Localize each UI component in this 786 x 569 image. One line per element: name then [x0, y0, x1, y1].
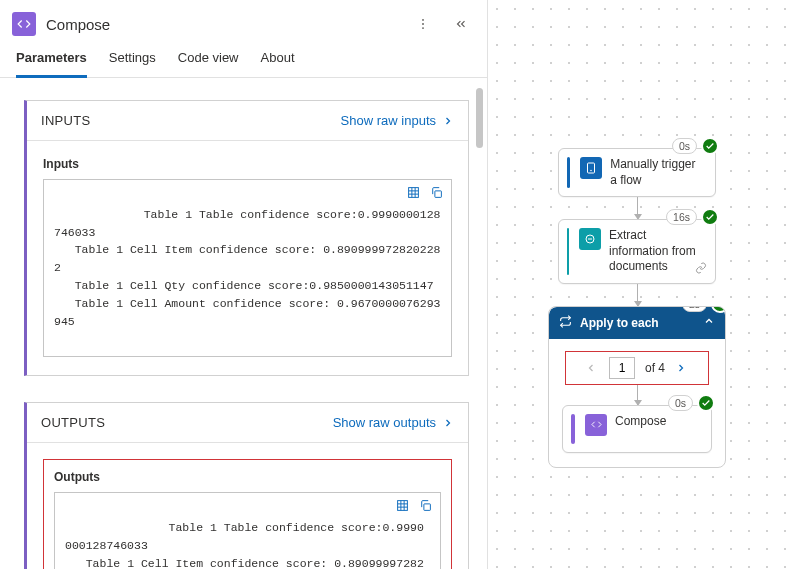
check-icon [701, 137, 719, 155]
pager-prev[interactable] [585, 362, 599, 374]
show-raw-outputs-link[interactable]: Show raw outputs [333, 415, 454, 430]
check-icon [697, 394, 715, 412]
outputs-highlight: Outputs Table 1 Table confidence score:0… [43, 459, 452, 569]
svg-point-1 [422, 23, 424, 25]
inputs-content-box: Table 1 Table confidence score:0.9990000… [43, 179, 452, 357]
tabs: Parameters Settings Code view About [0, 40, 487, 78]
svg-point-16 [590, 170, 592, 172]
node-manual-trigger[interactable]: 0s Manually trigger a flow [558, 148, 716, 197]
panel-header: Compose [0, 0, 487, 40]
outputs-content-text: Table 1 Table confidence score:0.9990000… [65, 521, 424, 569]
svg-rect-9 [398, 501, 408, 511]
svg-point-2 [422, 27, 424, 29]
copy-icon[interactable] [419, 499, 432, 518]
details-panel: Compose Parameters Settings Code view Ab… [0, 0, 488, 569]
check-icon [701, 208, 719, 226]
inputs-title: INPUTS [41, 113, 341, 128]
node-compose[interactable]: 0s Compose [562, 405, 712, 453]
svg-rect-14 [424, 504, 431, 511]
node-label: Compose [615, 414, 666, 430]
flow-column: 0s Manually trigger a flow 16s Extract i… [548, 148, 726, 468]
panel-title: Compose [46, 16, 399, 33]
show-raw-outputs-label: Show raw outputs [333, 415, 436, 430]
connector [637, 197, 638, 219]
node-time: 0s [668, 395, 693, 411]
more-button[interactable] [409, 10, 437, 38]
loop-icon [559, 315, 572, 331]
connector [637, 284, 638, 306]
copy-icon[interactable] [430, 186, 443, 205]
pager-input[interactable] [609, 357, 635, 379]
compose-icon [12, 12, 36, 36]
svg-rect-8 [435, 191, 442, 198]
flow-canvas[interactable]: 0s Manually trigger a flow 16s Extract i… [488, 0, 786, 569]
pager-total: of 4 [645, 361, 665, 375]
connector [637, 385, 638, 405]
outputs-title: OUTPUTS [41, 415, 333, 430]
apply-label: Apply to each [580, 316, 659, 330]
inputs-card: INPUTS Show raw inputs Inputs Table 1 Ta… [24, 100, 469, 376]
inputs-label: Inputs [43, 157, 452, 171]
tab-settings[interactable]: Settings [109, 50, 156, 78]
tab-parameters[interactable]: Parameters [16, 50, 87, 78]
show-raw-inputs-label: Show raw inputs [341, 113, 436, 128]
node-apply-to-each[interactable]: 2s Apply to each of 4 [548, 306, 726, 468]
inputs-content-text: Table 1 Table confidence score:0.9990000… [54, 208, 440, 328]
scrollbar[interactable] [476, 88, 483, 148]
node-time: 2s [682, 306, 707, 312]
link-icon [695, 262, 707, 277]
grid-icon[interactable] [407, 186, 420, 205]
node-label: Extract information from documents [609, 228, 705, 275]
inputs-card-header: INPUTS Show raw inputs [27, 101, 468, 141]
outputs-card-header: OUTPUTS Show raw outputs [27, 403, 468, 443]
extract-icon [579, 228, 601, 250]
iteration-pager: of 4 [565, 351, 709, 385]
trigger-icon [580, 157, 602, 179]
panel-body: INPUTS Show raw inputs Inputs Table 1 Ta… [0, 78, 487, 569]
outputs-label: Outputs [54, 470, 441, 484]
node-extract-documents[interactable]: 16s Extract information from documents [558, 219, 716, 284]
outputs-card: OUTPUTS Show raw outputs Outputs Table 1… [24, 402, 469, 569]
tab-code-view[interactable]: Code view [178, 50, 239, 78]
tab-about[interactable]: About [261, 50, 295, 78]
collapse-panel-button[interactable] [447, 10, 475, 38]
grid-icon[interactable] [396, 499, 409, 518]
node-time: 16s [666, 209, 697, 225]
check-icon [711, 306, 726, 313]
node-label: Manually trigger a flow [610, 157, 705, 188]
node-time: 0s [672, 138, 697, 154]
svg-point-0 [422, 19, 424, 21]
pager-next[interactable] [675, 362, 689, 374]
show-raw-inputs-link[interactable]: Show raw inputs [341, 113, 454, 128]
svg-rect-3 [409, 188, 419, 198]
outputs-content-box: Table 1 Table confidence score:0.9990000… [54, 492, 441, 569]
svg-rect-15 [588, 163, 595, 173]
compose-node-icon [585, 414, 607, 436]
chevron-up-icon[interactable] [703, 315, 715, 330]
